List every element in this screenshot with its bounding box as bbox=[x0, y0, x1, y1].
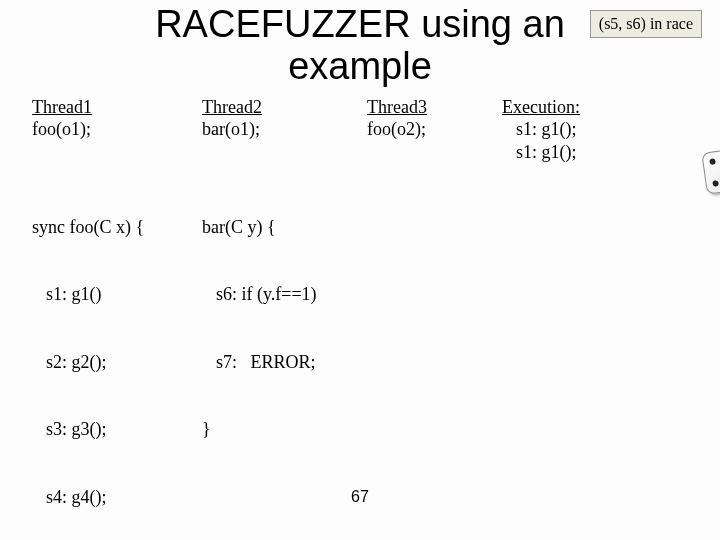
thread3-column: Thread3 foo(o2); bbox=[367, 96, 502, 540]
execution-step-1: s1: g1(); bbox=[502, 118, 702, 141]
thread1-header: Thread1 bbox=[32, 96, 202, 119]
title-line-1: RACEFUZZER using an bbox=[155, 3, 565, 45]
foo-s2: s2: g2(); bbox=[32, 351, 202, 374]
content-grid: Thread1 foo(o1); sync foo(C x) { s1: g1(… bbox=[0, 88, 720, 540]
race-badge: (s5, s6) in race bbox=[590, 10, 702, 38]
execution-step-2: s1: g1(); bbox=[502, 141, 702, 164]
thread1-call: foo(o1); bbox=[32, 118, 202, 141]
bar-signature: bar(C y) { bbox=[202, 216, 367, 239]
execution-column: Execution: s1: g1(); s1: g1(); bbox=[502, 96, 702, 540]
thread2-column: Thread2 bar(o1); bar(C y) { s6: if (y.f=… bbox=[202, 96, 367, 540]
thread1-column: Thread1 foo(o1); sync foo(C x) { s1: g1(… bbox=[32, 96, 202, 540]
thread3-call: foo(o2); bbox=[367, 118, 502, 141]
title-line-2: example bbox=[288, 45, 432, 87]
thread2-call: bar(o1); bbox=[202, 118, 367, 141]
bar-code: bar(C y) { s6: if (y.f==1) s7: ERROR; } bbox=[202, 171, 367, 486]
thread3-header: Thread3 bbox=[367, 96, 502, 119]
thread2-header: Thread2 bbox=[202, 96, 367, 119]
execution-header: Execution: bbox=[502, 96, 702, 119]
foo-s1: s1: g1() bbox=[32, 283, 202, 306]
bar-close: } bbox=[202, 418, 367, 441]
page-number: 67 bbox=[0, 488, 720, 506]
bar-s7: s7: ERROR; bbox=[202, 351, 367, 374]
foo-s3: s3: g3(); bbox=[32, 418, 202, 441]
foo-signature: sync foo(C x) { bbox=[32, 216, 202, 239]
bar-s6: s6: if (y.f==1) bbox=[202, 283, 367, 306]
foo-code: sync foo(C x) { s1: g1() s2: g2(); s3: g… bbox=[32, 171, 202, 540]
